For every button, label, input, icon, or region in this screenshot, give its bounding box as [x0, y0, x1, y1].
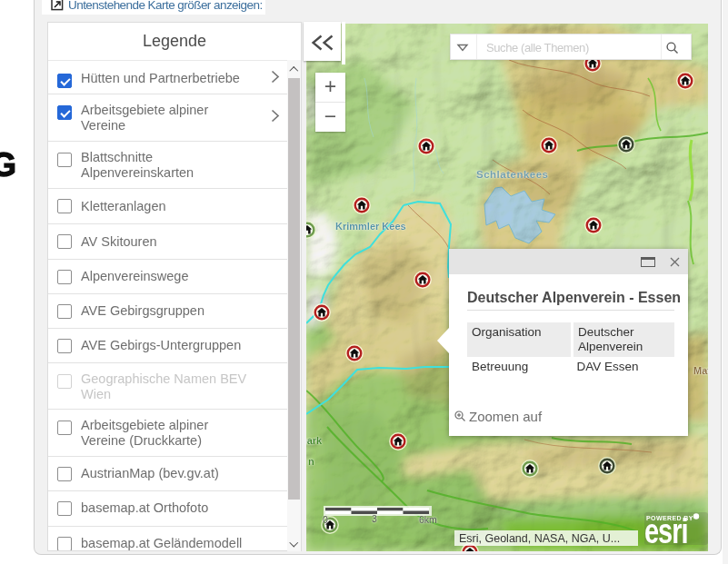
svg-text:n: n: [308, 456, 314, 467]
svg-text:park: park: [306, 435, 323, 446]
svg-text:3: 3: [372, 513, 377, 524]
svg-text:esri: esri: [644, 511, 688, 550]
svg-text:0: 0: [323, 514, 328, 525]
svg-text:Mat: Mat: [693, 365, 708, 376]
svg-text:Krimmler Kees: Krimmler Kees: [335, 221, 406, 232]
svg-text:Esri, Geoland, NASA, NGA, U...: Esri, Geoland, NASA, NGA, U...: [459, 532, 620, 545]
svg-text:Schlatenkees: Schlatenkees: [476, 169, 549, 180]
svg-text:6km: 6km: [419, 514, 437, 525]
